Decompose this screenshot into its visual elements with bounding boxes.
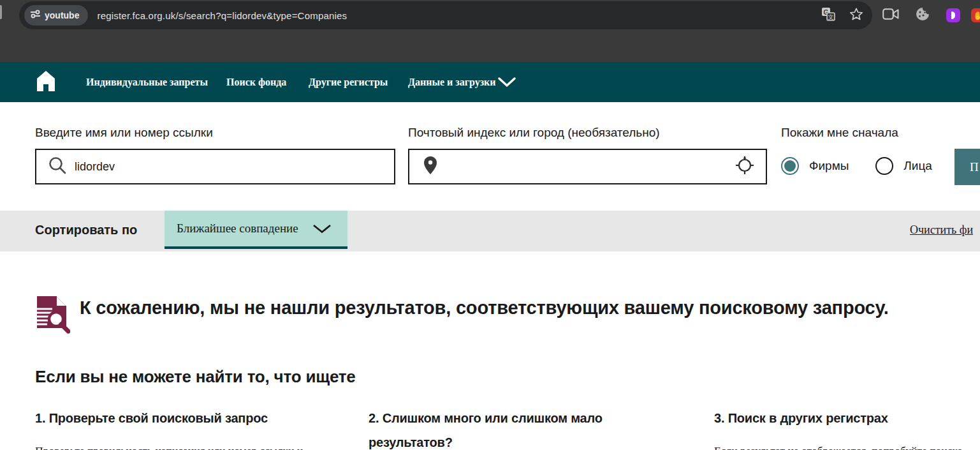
tip-other-registers: 3. Поиск в других регистрах Если результ… <box>714 406 980 450</box>
browser-toolbar: youtube register.fca.org.uk/s/search?q=l… <box>0 0 980 62</box>
location-field-label: Почтовый индекс или город (необязательно… <box>408 126 660 140</box>
svg-text:文: 文 <box>828 14 834 20</box>
home-icon[interactable] <box>36 70 55 93</box>
show-me-label: Покажи мне сначала <box>781 126 898 140</box>
tune-icon <box>31 10 40 21</box>
search-input[interactable] <box>75 150 394 183</box>
clear-filters-link[interactable]: Очистить фи <box>910 223 973 237</box>
address-bar[interactable]: youtube register.fca.org.uk/s/search?q=l… <box>19 1 872 29</box>
use-my-location-icon[interactable] <box>735 156 754 177</box>
tip-too-many-results: 2. Слишком много или слишком мало резуль… <box>369 406 659 450</box>
chevron-down-icon <box>312 224 332 234</box>
nav-item-individual-prohibitions[interactable]: Индивидуальные запреты <box>86 77 208 88</box>
search-icon <box>48 156 67 177</box>
fca-register-search-page: youtube register.fca.org.uk/s/search?q=l… <box>0 0 980 450</box>
cut-off-icon <box>0 5 2 19</box>
darkreader-extension-icon[interactable] <box>946 8 960 22</box>
tip-title: 3. Поиск в других регистрах <box>714 406 980 430</box>
sort-bar: Сортировать по Ближайшее совпадение Очис… <box>0 211 980 251</box>
location-search-field[interactable] <box>408 149 767 184</box>
chevron-down-icon[interactable] <box>498 77 516 90</box>
radio-individuals[interactable] <box>875 157 893 175</box>
cant-find-heading: Если вы не можете найти то, что ищете <box>35 367 356 387</box>
sort-dropdown-value: Ближайшее совпадение <box>177 221 298 236</box>
site-search-chip[interactable]: youtube <box>24 5 88 26</box>
nav-item-other-registers[interactable]: Другие регистры <box>309 77 388 88</box>
nav-item-fund-search[interactable]: Поиск фонда <box>226 77 286 88</box>
tip-body: Проверьте правильность написания или ном… <box>35 444 341 450</box>
cookie-icon[interactable] <box>916 7 930 24</box>
site-navigation: Индивидуальные запреты Поиск фонда Други… <box>0 62 980 102</box>
camera-icon[interactable] <box>882 8 899 23</box>
name-field-label: Введите имя или номер ссылки <box>35 126 213 140</box>
bookmark-star-icon[interactable] <box>849 7 863 24</box>
adblock-extension-icon[interactable]: ✋ <box>971 8 980 22</box>
radio-firms[interactable] <box>781 157 799 175</box>
radio-individuals-label[interactable]: Лица <box>903 159 932 173</box>
no-results-message: К сожалению, мы не нашли результатов, со… <box>80 294 928 322</box>
sort-dropdown[interactable]: Ближайшее совпадение <box>165 211 347 249</box>
sort-by-label: Сортировать по <box>35 223 137 237</box>
translate-icon[interactable]: G 文 <box>821 7 835 24</box>
chip-label: youtube <box>45 10 79 20</box>
radio-firms-label[interactable]: Фирмы <box>809 159 849 173</box>
tip-title: 2. Слишком много или слишком мало резуль… <box>369 406 659 450</box>
url-text[interactable]: register.fca.org.uk/s/search?q=lidordev&… <box>97 10 347 21</box>
show-me-options: Фирмы Лица <box>781 157 932 175</box>
location-input[interactable] <box>445 150 735 183</box>
document-search-icon <box>33 295 70 338</box>
location-pin-icon <box>423 156 437 177</box>
search-button[interactable]: П <box>954 149 980 185</box>
tip-body: Если результат не отображается, попробуй… <box>714 444 980 450</box>
name-search-field[interactable] <box>35 149 395 184</box>
nav-item-data-downloads[interactable]: Данные и загрузки <box>408 77 496 88</box>
tip-title: 1. Проверьте свой поисковый запрос <box>35 406 341 430</box>
tip-check-search: 1. Проверьте свой поисковый запрос Прове… <box>35 406 341 450</box>
